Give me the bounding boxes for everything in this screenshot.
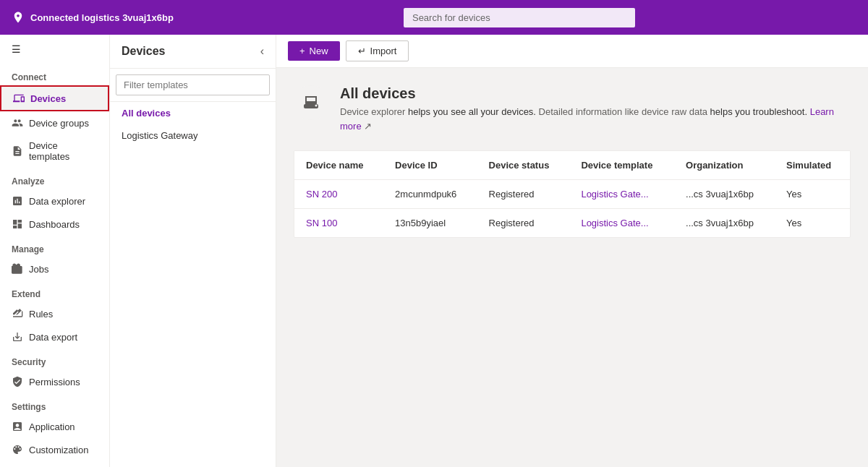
hamburger-button[interactable]: ☰ [0, 35, 109, 64]
desc-text1: helps you see all your devices. [408, 106, 536, 117]
collapse-panel-button[interactable]: ‹ [260, 45, 264, 58]
application-icon [12, 421, 23, 432]
col-device-id: Device ID [383, 151, 477, 180]
device-nav-list: All devices Logistics Gateway [110, 102, 276, 147]
col-device-template: Device template [569, 151, 674, 180]
col-simulated: Simulated [775, 151, 850, 180]
devices-icon [13, 93, 25, 104]
section-security: Security [0, 348, 109, 370]
permissions-icon [12, 376, 23, 387]
sidebar-item-devices[interactable]: Devices [0, 85, 109, 111]
device-link-sn200[interactable]: SN 200 [306, 189, 337, 200]
dashboards-icon [12, 218, 23, 230]
new-button[interactable]: + New [288, 41, 340, 61]
jobs-icon [12, 263, 23, 275]
device-template-cell: Logistics Gate... [569, 180, 674, 209]
devices-table: Device name Device ID Device status Devi… [294, 150, 851, 238]
search-container [404, 8, 635, 27]
data-explorer-icon [12, 195, 23, 207]
device-status-cell: Registered [477, 180, 570, 209]
content-body: All devices Device explorer helps you se… [276, 68, 868, 467]
search-input[interactable] [404, 8, 635, 27]
data-export-icon [12, 331, 23, 343]
customization-icon [12, 444, 23, 455]
organization-cell: ...cs 3vuaj1x6bp [674, 209, 775, 238]
sidebar-label-dashboards: Dashboards [29, 219, 80, 230]
device-panel-title: Devices [122, 45, 166, 58]
location-icon [12, 11, 25, 24]
sidebar-label-data-explorer: Data explorer [29, 196, 85, 207]
rules-icon [12, 308, 23, 320]
col-device-status: Device status [477, 151, 570, 180]
device-id-cell: 13n5b9yiael [383, 209, 477, 238]
sidebar-label-application: Application [29, 421, 75, 432]
desc-text2: helps you troubleshoot. [710, 106, 807, 117]
all-devices-title: All devices [340, 85, 851, 102]
section-analyze: Analyze [0, 168, 109, 189]
device-name-cell: SN 200 [294, 180, 383, 209]
device-templates-icon [12, 145, 23, 157]
sidebar-item-permissions[interactable]: Permissions [0, 370, 109, 393]
sidebar-item-rules[interactable]: Rules [0, 302, 109, 325]
section-settings: Settings [0, 393, 109, 415]
sidebar-label-customization: Customization [29, 445, 88, 455]
section-connect: Connect [0, 64, 109, 85]
all-devices-info: All devices Device explorer helps you se… [340, 85, 851, 133]
sidebar-item-data-explorer[interactable]: Data explorer [0, 189, 109, 213]
device-status-cell: Registered [477, 209, 570, 238]
server-icon [302, 94, 320, 111]
device-template-cell: Logistics Gate... [569, 209, 674, 238]
nav-logistics-gateway[interactable]: Logistics Gateway [110, 124, 276, 147]
organization-cell: ...cs 3vuaj1x6bp [674, 180, 775, 209]
import-button[interactable]: ↵ Import [346, 40, 409, 61]
app-logo: Connected logistics 3vuaj1x6bp [12, 11, 174, 24]
sidebar-label-rules: Rules [29, 309, 53, 320]
main-layout: ☰ Connect Devices Device groups Device t… [0, 35, 868, 467]
device-groups-icon [12, 117, 23, 129]
plus-icon: + [299, 46, 305, 56]
table-row: SN 200 2mcunmdpuk6 Registered Logistics … [294, 180, 850, 209]
device-link-sn100[interactable]: SN 100 [306, 218, 337, 228]
section-extend: Extend [0, 280, 109, 302]
device-id-cell: 2mcunmdpuk6 [383, 180, 477, 209]
table-row: SN 100 13n5b9yiael Registered Logistics … [294, 209, 850, 238]
section-manage: Manage [0, 236, 109, 257]
import-label: Import [370, 46, 397, 56]
all-devices-header: All devices Device explorer helps you se… [294, 85, 851, 133]
nav-all-devices[interactable]: All devices [110, 102, 276, 124]
sidebar-label-permissions: Permissions [29, 377, 80, 387]
col-organization: Organization [674, 151, 775, 180]
template-link-row1[interactable]: Logistics Gate... [581, 218, 648, 228]
sidebar-label-device-groups: Device groups [29, 118, 89, 129]
topbar: Connected logistics 3vuaj1x6bp [0, 0, 868, 35]
simulated-cell: Yes [775, 209, 850, 238]
sidebar-label-devices: Devices [30, 93, 66, 104]
sidebar-item-device-groups[interactable]: Device groups [0, 111, 109, 134]
filter-input[interactable] [116, 74, 270, 95]
sidebar-label-data-export: Data export [29, 332, 77, 343]
content-toolbar: + New ↵ Import [276, 35, 868, 68]
new-label: New [310, 46, 328, 56]
device-panel-filter [110, 69, 276, 102]
content-area: + New ↵ Import All devices Dev [276, 35, 868, 467]
sidebar-item-application[interactable]: Application [0, 415, 109, 438]
simulated-cell: Yes [775, 180, 850, 209]
app-name: Connected logistics 3vuaj1x6bp [30, 12, 174, 23]
sidebar-item-jobs[interactable]: Jobs [0, 257, 109, 280]
device-name-cell: SN 100 [294, 209, 383, 238]
device-panel-header: Devices ‹ [110, 35, 276, 69]
all-devices-icon [294, 85, 328, 120]
sidebar-item-customization[interactable]: Customization [0, 438, 109, 461]
sidebar-item-device-templates[interactable]: Device templates [0, 134, 109, 168]
device-panel: Devices ‹ All devices Logistics Gateway [110, 35, 276, 467]
all-devices-desc: Device explorer helps you see all your d… [340, 105, 851, 133]
col-device-name: Device name [294, 151, 383, 180]
sidebar-label-device-templates: Device templates [29, 140, 98, 162]
sidebar-item-dashboards[interactable]: Dashboards [0, 213, 109, 236]
sidebar-item-data-export[interactable]: Data export [0, 325, 109, 348]
sidebar-label-jobs: Jobs [29, 264, 48, 275]
import-arrow-icon: ↵ [358, 46, 366, 56]
template-link-row0[interactable]: Logistics Gate... [581, 189, 648, 200]
sidebar: ☰ Connect Devices Device groups Device t… [0, 35, 110, 467]
